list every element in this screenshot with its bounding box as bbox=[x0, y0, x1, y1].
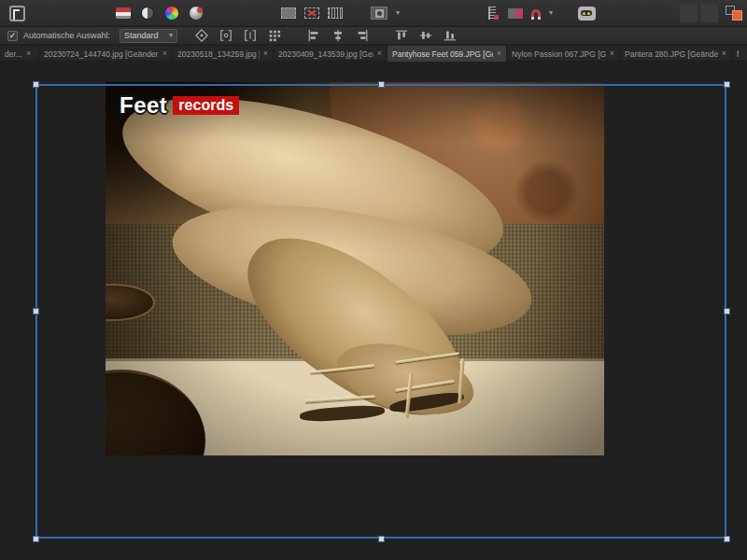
auto-levels-button[interactable] bbox=[112, 3, 134, 23]
selection-handle-bottom-center[interactable] bbox=[378, 536, 385, 542]
pixel-grid-icon bbox=[268, 29, 281, 42]
align-top-icon bbox=[395, 29, 408, 42]
tab-label: 20230724_144740.jpg [Geänder... bbox=[44, 49, 159, 59]
close-icon[interactable]: × bbox=[26, 49, 31, 58]
align-center-h-icon bbox=[331, 29, 345, 42]
select-all-icon bbox=[281, 7, 296, 19]
tab-label: 20230518_134259.jpg [Geänder... bbox=[177, 49, 260, 59]
guides-button[interactable] bbox=[484, 3, 504, 23]
assistant-robot-icon bbox=[578, 7, 596, 21]
align-middle-v-button[interactable] bbox=[416, 28, 435, 43]
auto-select-checkbox[interactable]: ✓ bbox=[7, 31, 18, 41]
tab-label: Nylon Passion 067.JPG [Geände... bbox=[512, 49, 606, 59]
transform-tools-group bbox=[192, 28, 284, 43]
tab-label: der... bbox=[5, 49, 22, 59]
selection-mode-value: Standard bbox=[124, 31, 159, 40]
tab-label: Pantyhose Feet 059.JPG [Geänd... bbox=[392, 49, 493, 59]
chevron-down-icon: ▾ bbox=[549, 9, 553, 17]
move-anchor-icon bbox=[195, 29, 208, 42]
chevron-down-icon: ▾ bbox=[396, 9, 400, 17]
auto-white-balance-icon bbox=[190, 7, 203, 20]
tab-document-1[interactable]: der... × bbox=[0, 46, 39, 62]
rotate-canvas-icon bbox=[508, 8, 523, 19]
snapping-dropdown[interactable]: ▾ bbox=[545, 3, 557, 23]
tab-label: Pantera 280.JPG [Geändert] (22... bbox=[625, 49, 718, 59]
quick-mask-dropdown[interactable]: ▾ bbox=[392, 3, 403, 23]
app-logo-icon[interactable] bbox=[6, 3, 28, 23]
selection-handle-top-left[interactable] bbox=[33, 81, 39, 88]
tab-document-6[interactable]: Nylon Passion 067.JPG [Geände... × bbox=[507, 46, 620, 62]
auto-white-balance-button[interactable] bbox=[185, 3, 207, 23]
tab-document-3[interactable]: 20230518_134259.jpg [Geänder... × bbox=[173, 46, 274, 62]
align-left-icon bbox=[307, 29, 320, 42]
auto-colors-button[interactable] bbox=[161, 3, 183, 23]
scale-bounds-icon bbox=[219, 29, 233, 42]
deselect-icon bbox=[304, 7, 319, 19]
move-anchor-button[interactable] bbox=[192, 28, 211, 43]
auto-contrast-icon bbox=[141, 7, 154, 20]
align-bottom-button[interactable] bbox=[441, 28, 459, 43]
close-icon[interactable]: × bbox=[263, 49, 268, 58]
dim-button-icon bbox=[700, 4, 718, 22]
layer-selection-bounds[interactable] bbox=[35, 84, 726, 539]
tab-document-5-active[interactable]: Pantyhose Feet 059.JPG [Geänd... × bbox=[388, 46, 507, 62]
main-toolbar: ▾ ▾ bbox=[0, 0, 747, 26]
tab-document-2[interactable]: 20230724_144740.jpg [Geänder... × bbox=[39, 46, 173, 62]
selection-handle-bottom-left[interactable] bbox=[33, 536, 39, 542]
align-right-button[interactable] bbox=[353, 28, 372, 43]
pixel-grid-button[interactable] bbox=[265, 28, 284, 43]
close-icon[interactable]: × bbox=[162, 49, 167, 58]
align-top-button[interactable] bbox=[392, 28, 411, 43]
selection-handle-top-center[interactable] bbox=[378, 81, 385, 88]
selection-handle-middle-right[interactable] bbox=[724, 308, 730, 315]
tab-label: 20230409_143539.jpg [Geänder... bbox=[278, 49, 374, 59]
invert-selection-icon bbox=[328, 7, 343, 19]
align-vertical-group bbox=[392, 28, 459, 43]
auto-colors-icon bbox=[165, 7, 178, 20]
quick-mask-icon bbox=[371, 7, 388, 20]
rotate-canvas-button[interactable] bbox=[505, 3, 526, 23]
resize-bounds-icon bbox=[244, 29, 257, 42]
align-center-h-button[interactable] bbox=[329, 28, 347, 43]
align-left-button[interactable] bbox=[304, 28, 323, 43]
guides-icon bbox=[488, 7, 500, 20]
close-icon[interactable]: × bbox=[497, 49, 501, 58]
align-right-icon bbox=[356, 29, 369, 42]
toolbar-extra-button-1[interactable] bbox=[679, 3, 698, 23]
document-canvas[interactable]: Feet records bbox=[0, 62, 747, 560]
auto-levels-icon bbox=[116, 7, 131, 19]
auto-select-label: Automatische Auswahl: bbox=[23, 31, 110, 40]
invert-selection-button[interactable] bbox=[324, 3, 346, 23]
color-swatch-button[interactable] bbox=[723, 3, 745, 23]
quick-mask-button[interactable] bbox=[367, 3, 391, 23]
selection-handle-bottom-right[interactable] bbox=[724, 536, 730, 542]
snapping-button[interactable] bbox=[526, 3, 546, 23]
select-all-button[interactable] bbox=[277, 3, 300, 23]
resize-bounds-button[interactable] bbox=[241, 28, 260, 43]
deselect-button[interactable] bbox=[301, 3, 323, 23]
snapping-magnet-icon bbox=[531, 9, 541, 19]
dim-button-icon bbox=[680, 4, 698, 22]
selection-handle-middle-left[interactable] bbox=[33, 308, 39, 315]
tab-document-7[interactable]: Pantera 280.JPG [Geändert] (22... × bbox=[620, 46, 732, 62]
tab-document-4[interactable]: 20230409_143539.jpg [Geänder... × bbox=[274, 46, 388, 62]
tab-document-8[interactable]: f bbox=[732, 46, 747, 62]
close-icon[interactable]: × bbox=[610, 49, 614, 58]
align-middle-v-icon bbox=[419, 29, 432, 42]
assistant-button[interactable] bbox=[574, 3, 599, 23]
close-icon[interactable]: × bbox=[377, 49, 382, 58]
app-logo-glyph bbox=[9, 6, 25, 21]
align-horizontal-group bbox=[304, 28, 372, 43]
toolbar-extra-button-2[interactable] bbox=[699, 3, 719, 23]
color-swatch-icon bbox=[726, 6, 742, 21]
document-tabbar: der... × 20230724_144740.jpg [Geänder...… bbox=[0, 46, 747, 62]
chevron-down-icon: ▾ bbox=[169, 32, 173, 39]
scale-bounds-button[interactable] bbox=[217, 28, 235, 43]
align-bottom-icon bbox=[444, 29, 457, 42]
selection-mode-dropdown[interactable]: Standard ▾ bbox=[120, 29, 177, 43]
close-icon[interactable]: × bbox=[722, 49, 726, 58]
selection-handle-top-right[interactable] bbox=[724, 81, 730, 88]
auto-contrast-button[interactable] bbox=[136, 3, 159, 23]
context-toolbar: ✓ Automatische Auswahl: Standard ▾ bbox=[0, 27, 747, 45]
tab-label: f bbox=[737, 49, 739, 59]
